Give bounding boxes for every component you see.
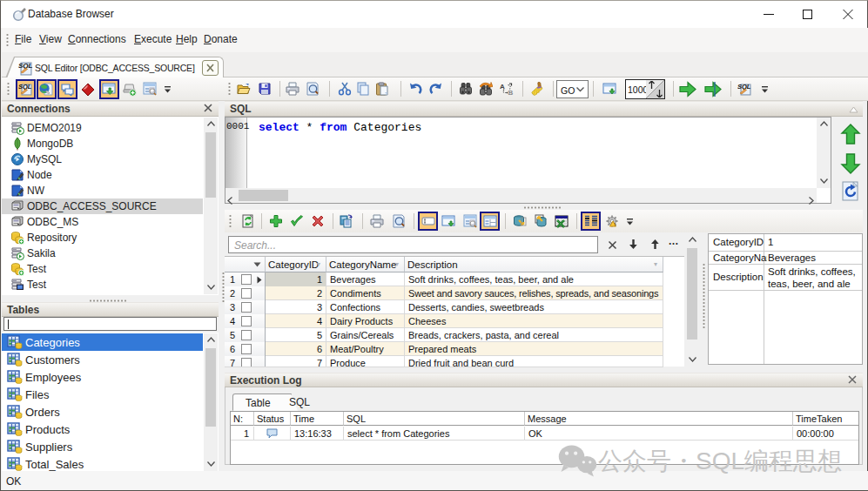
svg-text:A: A: [500, 83, 505, 91]
svg-text:B: B: [508, 89, 514, 96]
